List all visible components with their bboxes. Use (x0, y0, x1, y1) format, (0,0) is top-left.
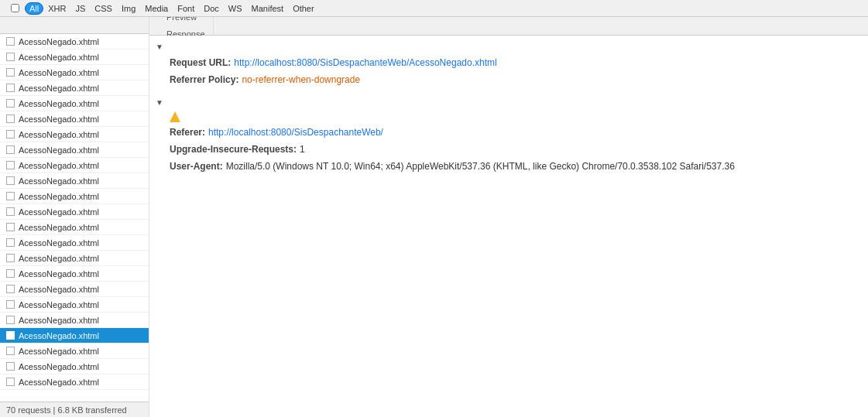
field-value: no-referrer-when-downgrade (242, 73, 360, 87)
file-checkbox (6, 316, 15, 324)
hide-data-urls-checkbox-wrap[interactable] (11, 4, 22, 12)
file-name: AcessoNegado.xhtml (19, 37, 99, 46)
bottom-status-bar: 70 requests | 6.8 KB transferred (0, 402, 149, 417)
list-item[interactable]: AcessoNegado.xhtml (0, 65, 149, 80)
filter-btn-other[interactable]: Other (288, 2, 319, 15)
request-count: 70 requests | 6.8 KB transferred (6, 405, 127, 415)
left-panel: AcessoNegado.xhtmlAcessoNegado.xhtmlAces… (0, 17, 149, 417)
file-name: AcessoNegado.xhtml (19, 84, 99, 93)
list-item[interactable]: AcessoNegado.xhtml (0, 313, 149, 328)
request-headers-fields: Referer:http://localhost:8080/SisDespach… (156, 124, 862, 175)
list-item[interactable]: AcessoNegado.xhtml (0, 282, 149, 297)
list-item[interactable]: AcessoNegado.xhtml (0, 111, 149, 127)
list-item[interactable]: AcessoNegado.xhtml (0, 50, 149, 65)
field-name: Upgrade-Insecure-Requests: (170, 142, 297, 156)
file-name: AcessoNegado.xhtml (19, 68, 99, 77)
list-item[interactable]: AcessoNegado.xhtml (0, 266, 149, 282)
list-item[interactable]: AcessoNegado.xhtml (0, 34, 149, 50)
file-checkbox (6, 207, 15, 216)
file-name: AcessoNegado.xhtml (19, 130, 99, 139)
list-item[interactable]: AcessoNegado.xhtml (0, 127, 149, 142)
file-name: AcessoNegado.xhtml (19, 347, 99, 356)
list-item[interactable]: AcessoNegado.xhtml (0, 328, 149, 344)
list-item[interactable]: AcessoNegado.xhtml (0, 96, 149, 111)
file-name: AcessoNegado.xhtml (19, 378, 99, 387)
left-header (0, 17, 149, 34)
list-item[interactable]: AcessoNegado.xhtml (0, 374, 149, 390)
file-checkbox (6, 176, 15, 185)
file-name: AcessoNegado.xhtml (19, 176, 99, 186)
file-checkbox (6, 37, 15, 46)
file-checkbox (6, 347, 15, 355)
filter-type-buttons: AllXHRJSCSSImgMediaFontDocWSManifestOthe… (25, 2, 319, 15)
filter-btn-xhr[interactable]: XHR (43, 2, 70, 15)
file-list[interactable]: AcessoNegado.xhtmlAcessoNegado.xhtmlAces… (0, 34, 149, 402)
field-name: Request URL: (170, 56, 231, 70)
list-item[interactable]: AcessoNegado.xhtml (0, 173, 149, 189)
filter-btn-manifest[interactable]: Manifest (247, 2, 289, 15)
list-item[interactable]: AcessoNegado.xhtml (0, 80, 149, 96)
request-headers-section-header[interactable]: ▼ (156, 94, 862, 110)
field-name: Referrer Policy: (170, 73, 238, 87)
list-item[interactable]: AcessoNegado.xhtml (0, 204, 149, 220)
file-checkbox (6, 238, 15, 247)
file-checkbox (6, 378, 15, 386)
file-name: AcessoNegado.xhtml (19, 53, 99, 62)
file-checkbox (6, 254, 15, 262)
warning-icon (170, 111, 180, 122)
file-checkbox (6, 68, 15, 77)
list-item[interactable]: AcessoNegado.xhtml (0, 189, 149, 204)
filter-btn-img[interactable]: Img (117, 2, 140, 15)
list-item[interactable]: AcessoNegado.xhtml (0, 220, 149, 235)
content-area: ▼ Request URL:http://localhost:8080/SisD… (149, 36, 868, 417)
file-name: AcessoNegado.xhtml (19, 192, 99, 201)
file-checkbox (6, 53, 15, 61)
file-name: AcessoNegado.xhtml (19, 331, 99, 340)
filter-btn-media[interactable]: Media (140, 2, 173, 15)
hide-data-urls-checkbox[interactable] (11, 4, 19, 12)
file-name: AcessoNegado.xhtml (19, 362, 99, 371)
file-name: AcessoNegado.xhtml (19, 300, 99, 309)
field-name: Referer: (170, 125, 205, 139)
right-panel: HeadersPreviewResponseTiming ▼ Request U… (149, 17, 868, 417)
request-headers-triangle-icon: ▼ (156, 98, 163, 107)
filter-btn-css[interactable]: CSS (90, 2, 117, 15)
field-value: http://localhost:8080/SisDespachanteWeb/… (234, 56, 496, 70)
field-row: Referer:http://localhost:8080/SisDespach… (156, 124, 862, 141)
list-item[interactable]: AcessoNegado.xhtml (0, 235, 149, 251)
provisional-notice (156, 110, 862, 124)
list-item[interactable]: AcessoNegado.xhtml (0, 158, 149, 173)
file-name: AcessoNegado.xhtml (19, 145, 99, 155)
file-name: AcessoNegado.xhtml (19, 269, 99, 279)
field-value: Mozilla/5.0 (Windows NT 10.0; Win64; x64… (226, 159, 735, 173)
field-row: User-Agent:Mozilla/5.0 (Windows NT 10.0;… (156, 158, 862, 175)
field-row: Referrer Policy:no-referrer-when-downgra… (156, 71, 862, 88)
list-item[interactable]: AcessoNegado.xhtml (0, 359, 149, 374)
file-checkbox (6, 84, 15, 92)
list-item[interactable]: AcessoNegado.xhtml (0, 344, 149, 359)
general-triangle-icon: ▼ (156, 43, 163, 51)
file-checkbox (6, 300, 15, 309)
file-checkbox (6, 145, 15, 154)
list-item[interactable]: AcessoNegado.xhtml (0, 297, 149, 313)
file-name: AcessoNegado.xhtml (19, 115, 99, 124)
filter-btn-all[interactable]: All (25, 2, 43, 15)
file-checkbox (6, 130, 15, 138)
file-name: AcessoNegado.xhtml (19, 254, 99, 263)
filter-btn-ws[interactable]: WS (224, 2, 247, 15)
file-name: AcessoNegado.xhtml (19, 238, 99, 248)
general-fields: Request URL:http://localhost:8080/SisDes… (156, 54, 862, 88)
filter-btn-font[interactable]: Font (173, 2, 199, 15)
list-item[interactable]: AcessoNegado.xhtml (0, 251, 149, 266)
filter-btn-doc[interactable]: Doc (199, 2, 224, 15)
field-value: 1 (300, 142, 305, 156)
filter-btn-js[interactable]: JS (70, 2, 90, 15)
field-row: Request URL:http://localhost:8080/SisDes… (156, 54, 862, 71)
file-name: AcessoNegado.xhtml (19, 207, 99, 217)
file-checkbox (6, 115, 15, 123)
tab-bar: HeadersPreviewResponseTiming (149, 17, 868, 36)
file-checkbox (6, 99, 15, 108)
list-item[interactable]: AcessoNegado.xhtml (0, 142, 149, 158)
general-section-header[interactable]: ▼ (156, 39, 862, 54)
tab-preview[interactable]: Preview (159, 17, 214, 26)
